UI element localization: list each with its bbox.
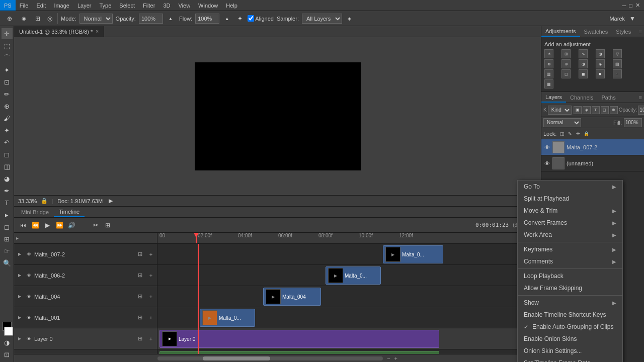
canvas-viewport[interactable] <box>14 37 541 195</box>
adj-bw[interactable]: ◑ <box>579 59 588 68</box>
ctx-enable-timeline-shortcut-keys[interactable]: Enable Timeline Shortcut Keys <box>518 309 622 321</box>
eyedropper-tool[interactable]: ✏ <box>2 88 13 100</box>
adj-color-balance[interactable]: ⊕ <box>561 59 571 68</box>
layer-item-unnamed[interactable]: 👁 (unnamed) <box>541 155 644 171</box>
clone-stamp-tool[interactable]: ✦ <box>2 125 13 136</box>
layer-menu[interactable]: Layer <box>73 0 96 11</box>
adj-selective-color[interactable]: ▦ <box>544 79 553 88</box>
3d-menu[interactable]: 3D <box>159 0 174 11</box>
adj-threshold[interactable]: ◽ <box>596 69 605 78</box>
track-add-malta-007[interactable]: + <box>146 250 155 259</box>
adj-vibrance[interactable]: ▽ <box>613 49 622 58</box>
prev-frame-btn[interactable]: ⏪ <box>30 220 40 230</box>
styles-tab[interactable]: Styles <box>612 26 635 37</box>
brush-tool[interactable]: 🖌 <box>2 113 13 124</box>
adj-hsl[interactable]: ⊗ <box>544 59 553 68</box>
adj-curves[interactable]: ∿ <box>579 49 588 58</box>
type-menu[interactable]: Type <box>96 0 116 11</box>
select-menu[interactable]: Select <box>115 0 139 11</box>
clip-malta-001[interactable]: ▶ Malta_0... <box>200 309 255 327</box>
adj-posterize[interactable]: ◼ <box>579 69 588 78</box>
filter-pixel-icon[interactable]: ▣ <box>574 106 582 114</box>
eraser-tool[interactable]: ◻ <box>2 149 13 160</box>
adj-photo-filter[interactable]: ◈ <box>596 59 605 68</box>
track-content-layer0[interactable]: ▶ Layer 0 + <box>157 328 541 349</box>
zoom-out-btn[interactable]: − <box>387 355 390 361</box>
ctx-work-area[interactable]: Work Area ▶ <box>518 229 622 241</box>
clip-audio[interactable]: timefortea <box>159 351 439 354</box>
track-add-malta-001[interactable]: + <box>146 313 155 322</box>
screen-mode-btn[interactable]: ⊡ <box>2 349 13 360</box>
aligned-checkbox-container[interactable]: Aligned <box>248 15 274 22</box>
sampler-select[interactable]: All Layers <box>302 14 342 24</box>
go-first-frame-btn[interactable]: ⏮ <box>18 220 28 230</box>
magic-wand-tool[interactable]: ✦ <box>2 64 13 75</box>
visibility-malta-004[interactable]: 👁 <box>25 293 32 300</box>
lasso-tool[interactable]: ⌒ <box>2 52 13 63</box>
expand-malta-004[interactable]: ▶ <box>16 293 23 300</box>
filter-adjustment-icon[interactable]: ◈ <box>583 106 591 114</box>
pressure-opacity-btn[interactable]: ▲ <box>165 13 176 24</box>
layers-panel-options-btn[interactable]: ≡ <box>637 95 644 101</box>
next-frame-btn[interactable]: ⏩ <box>54 220 64 230</box>
paths-tab[interactable]: Paths <box>598 92 620 103</box>
move-tool[interactable]: ✛ <box>2 28 13 39</box>
clip-malta-007[interactable]: ▶ Malta_0... <box>383 245 443 263</box>
ctx-comments[interactable]: Comments ▶ <box>518 255 622 267</box>
ctx-move-trim[interactable]: Move & Trim ▶ <box>518 205 622 217</box>
mode-select[interactable]: Normal <box>79 14 113 24</box>
zoom-tool[interactable]: 🔍 <box>2 257 13 268</box>
document-tab[interactable]: Untitled-1 @ 33.3% (RGB/8) * × <box>14 26 104 37</box>
tool-preset-btn[interactable]: ⊕ <box>4 13 15 24</box>
close-btn[interactable]: ✕ <box>635 2 640 9</box>
ctx-enable-onion-skins[interactable]: Enable Onion Skins <box>518 333 622 345</box>
expand-malta-006[interactable]: ▶ <box>16 272 23 279</box>
track-content-malta-006[interactable]: ▶ Malta_0... + <box>157 265 541 286</box>
expand-malta-001[interactable]: ▶ <box>16 314 23 321</box>
channels-tab[interactable]: Channels <box>566 92 597 103</box>
track-options-layer0[interactable]: ⊞ <box>135 334 144 343</box>
clip-malta-006[interactable]: ▶ Malta_0... <box>326 266 381 285</box>
gradient-tool[interactable]: ◫ <box>2 161 13 172</box>
transition-btn[interactable]: ⊞ <box>103 220 113 230</box>
swatches-tab[interactable]: Swatches <box>580 26 612 37</box>
lock-all-icon[interactable]: 🔒 <box>583 130 590 137</box>
track-add-malta-004[interactable]: + <box>146 292 155 301</box>
adj-invert[interactable]: ◻ <box>561 69 571 78</box>
adj-exposure[interactable]: ◑ <box>596 49 605 58</box>
maximize-btn[interactable]: □ <box>629 3 632 9</box>
opacity-value-layers[interactable] <box>638 106 644 115</box>
track-content-malta-007[interactable]: ▶ Malta_0... + <box>157 244 541 265</box>
track-content-audio[interactable]: timefortea + <box>157 349 541 354</box>
brush-angle-btn[interactable]: ◎ <box>44 13 55 24</box>
filter-shape-icon[interactable]: ◻ <box>601 106 609 114</box>
type-tool[interactable]: T <box>2 197 13 208</box>
ctx-onion-skin-settings[interactable]: Onion Skin Settings... <box>518 345 622 357</box>
layer-item-malta-007[interactable]: 👁 Malta_007-2 <box>541 139 644 155</box>
play-pause-btn[interactable]: ▶ <box>42 220 52 230</box>
panel-options-btn[interactable]: ≡ <box>637 29 644 35</box>
ps-menu[interactable]: PS <box>0 0 16 11</box>
track-add-layer0[interactable]: + <box>146 334 155 343</box>
path-selection-tool[interactable]: ▸ <box>2 209 13 220</box>
marquee-tool[interactable]: ⬚ <box>2 40 13 51</box>
visibility-malta-001[interactable]: 👁 <box>25 314 32 321</box>
expand-layer0[interactable]: ▶ <box>16 335 23 342</box>
window-menu[interactable]: Window <box>194 0 222 11</box>
shape-tool[interactable]: ◻ <box>2 221 13 232</box>
dodge-tool[interactable]: ◕ <box>2 173 13 184</box>
adj-brightness[interactable]: ☀ <box>544 49 553 58</box>
filter-smart-icon[interactable]: ⊕ <box>610 106 618 114</box>
timeline-ruler[interactable]: 00 02:00f 04:00f 06:00f 08:00f 10:00f 12… <box>157 233 541 244</box>
ctx-allow-frame-skipping[interactable]: Allow Frame Skipping <box>518 282 622 294</box>
filter-menu[interactable]: Filter <box>139 0 159 11</box>
fill-value[interactable] <box>624 118 642 127</box>
flow-input[interactable] <box>195 14 219 24</box>
minimize-btn[interactable]: ─ <box>622 3 626 9</box>
background-color[interactable] <box>4 327 13 336</box>
track-options-malta-004[interactable]: ⊞ <box>135 292 144 301</box>
lock-image-icon[interactable]: ✎ <box>567 130 574 137</box>
tab-close-btn[interactable]: × <box>96 29 99 34</box>
lock-transparent-icon[interactable]: ◫ <box>558 130 566 137</box>
aligned-checkbox[interactable] <box>248 15 254 22</box>
